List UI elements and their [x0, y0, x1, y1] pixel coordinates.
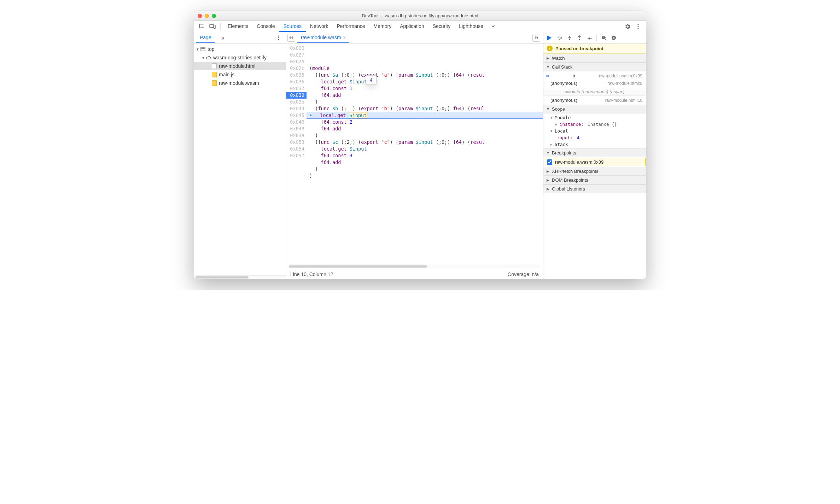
info-icon: i — [547, 46, 553, 51]
main-toolbar: ElementsConsoleSourcesNetworkPerformance… — [194, 21, 646, 32]
svg-rect-23 — [613, 37, 614, 39]
tree-file[interactable]: raw-module.wasm — [194, 79, 286, 87]
scope-instance[interactable]: ▶instance: Instance {} — [543, 121, 646, 128]
coverage-status: Coverage: n/a — [508, 271, 539, 277]
svg-rect-1 — [210, 24, 214, 28]
section-callstack[interactable]: ▼Call Stack — [543, 63, 646, 71]
pause-banner: i Paused on breakpoint — [543, 43, 646, 54]
tree-domain[interactable]: ▼ wasm-dbg-stories.netlify — [194, 53, 286, 62]
callframe[interactable]: (anonymous)raw-module.html:9 — [543, 80, 646, 87]
pause-on-exceptions-icon[interactable] — [609, 34, 618, 42]
navigate-forward-icon[interactable] — [532, 34, 540, 42]
scope-local-var: input: 4 — [543, 134, 646, 141]
svg-rect-13 — [547, 36, 548, 40]
tab-network[interactable]: Network — [306, 21, 332, 32]
file-tab-active[interactable]: raw-module.wasm × — [297, 32, 349, 43]
device-toolbar-icon[interactable] — [208, 22, 217, 31]
tab-security[interactable]: Security — [428, 21, 455, 32]
breakpoint-checkbox[interactable] — [547, 159, 552, 165]
step-over-icon[interactable] — [555, 34, 564, 42]
section-breakpoints[interactable]: ▼Breakpoints — [543, 148, 646, 157]
settings-icon[interactable] — [623, 22, 632, 31]
tab-console[interactable]: Console — [252, 21, 279, 32]
traffic-lights[interactable] — [198, 14, 216, 18]
kebab-menu-icon[interactable] — [633, 22, 643, 31]
file-tree[interactable]: ▼ top ▼ wasm-dbg-stories.netlify raw-mod… — [194, 43, 286, 275]
svg-point-16 — [569, 39, 570, 40]
navigator-hscrollbar[interactable] — [194, 275, 286, 279]
step-icon[interactable] — [585, 34, 594, 42]
overflow-tabs-icon[interactable] — [488, 22, 498, 31]
window-titlebar: DevTools - wasm-dbg-stories.netlify.app/… — [194, 11, 646, 21]
svg-point-5 — [637, 28, 638, 29]
svg-rect-2 — [214, 25, 215, 29]
code-area[interactable]: 4 (module (func $a (;0;) (export "a") (p… — [307, 43, 543, 264]
close-window-icon[interactable] — [198, 14, 202, 18]
tab-application[interactable]: Application — [396, 21, 428, 32]
tab-lighthouse[interactable]: Lighthouse — [455, 21, 488, 32]
scope-module[interactable]: ▼Module — [543, 114, 646, 121]
svg-point-22 — [612, 36, 616, 40]
section-dom-bp[interactable]: ▶DOM Breakpoints — [543, 176, 646, 184]
value-tooltip: 4 — [366, 75, 377, 85]
navigator-tab-page[interactable]: Page — [196, 32, 215, 43]
section-xhr-bp[interactable]: ▶XHR/fetch Breakpoints — [543, 167, 646, 176]
window-frame-icon — [200, 46, 206, 52]
file-icon — [211, 71, 217, 78]
pause-message: Paused on breakpoint — [555, 46, 603, 51]
svg-point-18 — [579, 39, 580, 40]
deactivate-breakpoints-icon[interactable] — [600, 34, 608, 42]
svg-rect-9 — [201, 47, 205, 51]
svg-point-8 — [278, 39, 279, 40]
section-scope[interactable]: ▼Scope — [543, 105, 646, 113]
file-tab-label: raw-module.wasm — [301, 35, 341, 40]
file-icon — [211, 80, 217, 86]
file-icon — [211, 63, 217, 69]
section-watch[interactable]: ▶Watch — [543, 54, 646, 63]
svg-rect-24 — [614, 37, 614, 39]
tab-performance[interactable]: Performance — [332, 21, 369, 32]
svg-point-4 — [637, 26, 638, 27]
debugger-panel: i Paused on breakpoint ▶Watch ▼Call Stac… — [543, 32, 646, 279]
overflow-nav-tabs-icon[interactable] — [218, 33, 228, 42]
tree-root[interactable]: ▼ top — [194, 45, 286, 53]
svg-point-6 — [278, 35, 279, 36]
tab-sources[interactable]: Sources — [279, 21, 306, 32]
breakpoint-row[interactable]: raw-module.wasm:0x39 — [543, 158, 646, 166]
callframe[interactable]: (anonymous)raw-module.html:10 — [543, 96, 646, 104]
tree-root-label: top — [208, 46, 214, 52]
scope-stack[interactable]: ▶Stack — [543, 141, 646, 148]
svg-point-3 — [637, 24, 638, 25]
svg-point-7 — [278, 37, 279, 38]
svg-point-14 — [559, 39, 560, 40]
svg-point-19 — [591, 38, 592, 39]
minimize-window-icon[interactable] — [205, 14, 209, 18]
tab-memory[interactable]: Memory — [369, 21, 396, 32]
window-title: DevTools - wasm-dbg-stories.netlify.app/… — [194, 13, 646, 18]
navigator-panel: Page ▼ top ▼ wa — [194, 32, 286, 279]
close-tab-icon[interactable]: × — [343, 35, 346, 40]
cursor-position: Line 10, Column 12 — [290, 271, 333, 277]
section-global-listeners[interactable]: ▶Global Listeners — [543, 184, 646, 193]
callframe[interactable]: ➡braw-module.wasm:0x39 — [543, 72, 646, 80]
navigator-kebab-icon[interactable] — [274, 33, 284, 42]
step-into-icon[interactable] — [565, 34, 574, 42]
resume-icon[interactable] — [546, 34, 554, 42]
scope-local[interactable]: ▼Local — [543, 128, 646, 134]
cloud-icon — [205, 54, 212, 61]
async-divider: await in (anonymous) (async) — [543, 88, 646, 96]
inspect-element-icon[interactable] — [197, 22, 207, 31]
tree-file[interactable]: main.js — [194, 70, 286, 79]
tab-elements[interactable]: Elements — [223, 21, 252, 32]
tree-domain-label: wasm-dbg-stories.netlify — [213, 55, 267, 60]
step-out-icon[interactable] — [575, 34, 584, 42]
line-gutter[interactable]: 0x0000x0270x02a0x02c0x0350x0360x0370x039… — [286, 43, 307, 264]
editor-panel: raw-module.wasm × 0x0000x0270x02a0x02c0x… — [286, 32, 543, 279]
maximize-window-icon[interactable] — [212, 14, 216, 18]
editor-hscrollbar[interactable] — [289, 264, 540, 268]
navigate-back-icon[interactable] — [287, 34, 295, 42]
tree-file[interactable]: raw-module.html — [194, 62, 286, 70]
